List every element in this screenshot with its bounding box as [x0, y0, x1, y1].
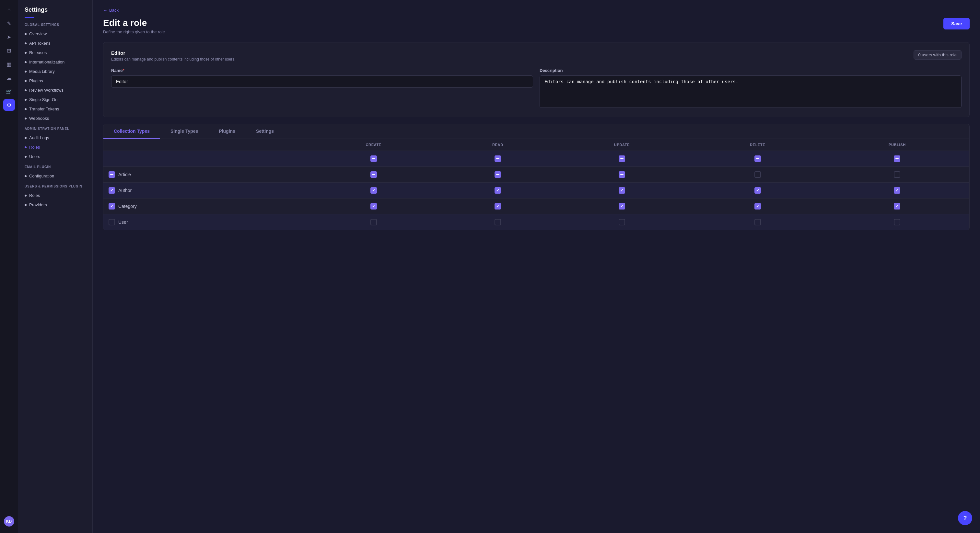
category-publish-checkbox[interactable] [894, 203, 900, 209]
author-publish-cell [825, 182, 969, 198]
editor-form: Name* Description Editors can manage and… [111, 68, 961, 109]
author-read-cell [442, 182, 554, 198]
user-update-cell [554, 214, 690, 230]
user-label: User [118, 219, 128, 225]
category-row-checkbox[interactable] [108, 203, 115, 209]
author-row-checkbox[interactable] [108, 187, 115, 194]
category-create-checkbox[interactable] [371, 203, 377, 209]
help-button[interactable]: ? [958, 511, 972, 525]
tab-settings[interactable]: Settings [246, 124, 284, 139]
settings-icon[interactable]: ⚙ [3, 99, 15, 111]
sidebar-item-review-workflows[interactable]: Review Workflows [18, 86, 92, 95]
author-create-cell [305, 182, 442, 198]
col-header-update: UPDATE [554, 139, 690, 151]
save-button[interactable]: Save [943, 18, 970, 30]
header-publish-cb-cell [825, 151, 969, 167]
article-row-checkbox[interactable] [108, 171, 115, 178]
sidebar-item-transfer-tokens[interactable]: Transfer Tokens [18, 104, 92, 114]
sidebar: Settings GLOBAL SETTINGS Overview API To… [18, 0, 93, 533]
sidebar-item-up-roles[interactable]: Roles [18, 191, 92, 200]
header-update-cb-cell [554, 151, 690, 167]
edit-icon[interactable]: ✎ [3, 17, 15, 29]
tab-plugins[interactable]: Plugins [208, 124, 246, 139]
sidebar-item-media-library[interactable]: Media Library [18, 67, 92, 76]
back-link[interactable]: ← Back [103, 8, 970, 13]
user-update-checkbox[interactable] [619, 219, 625, 225]
author-publish-checkbox[interactable] [894, 187, 900, 194]
row-author-name: Author [103, 182, 305, 198]
permissions-header-checkboxes [103, 151, 969, 167]
editor-info: Editor Editors can manage and publish co… [111, 50, 235, 62]
category-publish-cell [825, 198, 969, 214]
user-create-cell [305, 214, 442, 230]
table-row: Author [103, 182, 969, 198]
sidebar-item-roles[interactable]: Roles [18, 143, 92, 152]
tab-collection-types[interactable]: Collection Types [103, 124, 160, 139]
header-update-checkbox[interactable] [619, 155, 625, 162]
header-delete-checkbox[interactable] [754, 155, 761, 162]
icon-bar: ⌂ ✎ ➤ ⊞ ▦ ☁ 🛒 ⚙ KD [0, 0, 18, 533]
col-header-name [103, 139, 305, 151]
cart-icon[interactable]: 🛒 [3, 86, 15, 97]
page-title: Edit a role [103, 18, 165, 28]
header-publish-checkbox[interactable] [894, 155, 900, 162]
name-input[interactable] [111, 75, 533, 88]
author-update-cell [554, 182, 690, 198]
home-icon[interactable]: ⌂ [3, 4, 15, 16]
main-content: ← Back Edit a role Define the rights giv… [93, 0, 980, 533]
header-create-checkbox[interactable] [371, 155, 377, 162]
media-icon[interactable]: ▦ [3, 58, 15, 70]
header-read-checkbox[interactable] [495, 155, 501, 162]
article-delete-checkbox[interactable] [754, 171, 761, 178]
article-publish-checkbox[interactable] [894, 171, 900, 178]
sidebar-item-users[interactable]: Users [18, 152, 92, 161]
author-create-checkbox[interactable] [371, 187, 377, 194]
editor-card-header: Editor Editors can manage and publish co… [111, 50, 961, 62]
permissions-tabs: Collection Types Single Types Plugins Se… [103, 124, 969, 139]
article-create-checkbox[interactable] [371, 171, 377, 178]
author-label: Author [118, 188, 132, 193]
tab-single-types[interactable]: Single Types [160, 124, 208, 139]
sidebar-item-webhooks[interactable]: Webhooks [18, 114, 92, 123]
editor-card: Editor Editors can manage and publish co… [103, 42, 970, 117]
sidebar-item-overview[interactable]: Overview [18, 29, 92, 38]
category-delete-cell [690, 198, 825, 214]
back-label: Back [109, 8, 119, 13]
page-title-group: Edit a role Define the rights given to t… [103, 18, 165, 34]
user-delete-checkbox[interactable] [754, 219, 761, 225]
category-read-cell [442, 198, 554, 214]
article-update-checkbox[interactable] [619, 171, 625, 178]
article-update-cell [554, 167, 690, 182]
admin-panel-label: ADMINISTRATION PANEL [18, 127, 92, 133]
editor-title: Editor [111, 50, 235, 56]
sidebar-item-providers[interactable]: Providers [18, 200, 92, 209]
sidebar-item-plugins[interactable]: Plugins [18, 76, 92, 86]
sidebar-item-api-tokens[interactable]: API Tokens [18, 38, 92, 48]
category-update-checkbox[interactable] [619, 203, 625, 209]
author-delete-checkbox[interactable] [754, 187, 761, 194]
sidebar-item-single-sign-on[interactable]: Single Sign-On [18, 95, 92, 104]
cloud-icon[interactable]: ☁ [3, 72, 15, 84]
sidebar-item-releases[interactable]: Releases [18, 48, 92, 57]
send-icon[interactable]: ➤ [3, 31, 15, 43]
col-header-delete: DELETE [690, 139, 825, 151]
sidebar-item-internationalization[interactable]: Internationalization [18, 57, 92, 67]
user-read-checkbox[interactable] [495, 219, 501, 225]
header-create-cb-cell [305, 151, 442, 167]
author-read-checkbox[interactable] [495, 187, 501, 194]
sidebar-item-audit-logs[interactable]: Audit Logs [18, 133, 92, 143]
user-row-checkbox[interactable] [108, 219, 115, 225]
article-read-checkbox[interactable] [495, 171, 501, 178]
grid-icon[interactable]: ⊞ [3, 45, 15, 56]
sidebar-item-configuration[interactable]: Configuration [18, 171, 92, 181]
user-publish-checkbox[interactable] [894, 219, 900, 225]
article-read-cell [442, 167, 554, 182]
avatar[interactable]: KD [4, 516, 14, 527]
row-category-name: Category [103, 198, 305, 214]
table-row: Article [103, 167, 969, 182]
description-textarea[interactable]: Editors can manage and publish contents … [539, 75, 961, 108]
category-delete-checkbox[interactable] [754, 203, 761, 209]
author-update-checkbox[interactable] [619, 187, 625, 194]
user-create-checkbox[interactable] [371, 219, 377, 225]
category-read-checkbox[interactable] [495, 203, 501, 209]
